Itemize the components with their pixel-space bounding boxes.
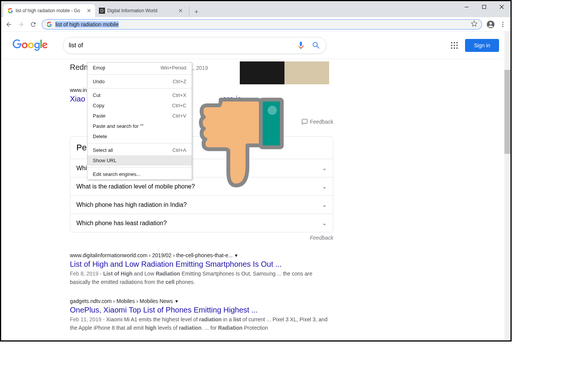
- svg-rect-1: [483, 5, 486, 9]
- window-controls: [458, 1, 510, 13]
- result-title[interactable]: OnePlus, Xiaomi Top List of Phones Emitt…: [70, 306, 333, 314]
- svg-point-17: [454, 47, 455, 49]
- svg-point-18: [456, 47, 458, 49]
- search-icon[interactable]: [312, 41, 321, 50]
- search-result: gadgets.ndtv.com › Mobiles › Mobiles New…: [70, 298, 333, 332]
- user-circle-icon: [486, 20, 495, 29]
- result-title[interactable]: List of High and Low Radiation Emitting …: [70, 260, 333, 269]
- chevron-down-icon: ⌄: [322, 164, 327, 172]
- svg-point-10: [451, 42, 452, 44]
- arrow-left-icon: [5, 21, 12, 28]
- svg-point-9: [502, 26, 504, 27]
- star-icon[interactable]: [471, 20, 478, 29]
- feedback-link[interactable]: Feedback: [70, 235, 333, 241]
- tab-active[interactable]: list of high radiation mobile - Go ✕: [3, 4, 95, 17]
- ctx-menu-item[interactable]: Paste and search for "": [87, 121, 192, 131]
- profile-button[interactable]: [485, 19, 496, 30]
- maximize-icon: [482, 5, 486, 9]
- ctx-menu-item[interactable]: EmojiWin+Period: [87, 63, 192, 73]
- thumbs-down-icon: [198, 92, 288, 195]
- apps-grid-icon[interactable]: [450, 41, 459, 50]
- ctx-menu-item[interactable]: Edit search engines...: [87, 169, 192, 179]
- tab-close-button[interactable]: ✕: [178, 8, 183, 14]
- browser-menu-button[interactable]: [498, 19, 508, 30]
- search-input[interactable]: [69, 42, 296, 49]
- result-url[interactable]: gadgets.ndtv.com › Mobiles › Mobiles New…: [70, 298, 333, 304]
- svg-point-13: [451, 45, 452, 46]
- diw-favicon-icon: D: [99, 8, 105, 14]
- svg-point-8: [502, 24, 504, 25]
- back-button[interactable]: [3, 19, 14, 30]
- svg-point-16: [451, 47, 452, 49]
- result-snippet: Feb 8, 2019 - List of High and Low Radia…: [70, 270, 333, 287]
- mic-icon[interactable]: [296, 41, 305, 50]
- svg-point-7: [502, 22, 504, 23]
- svg-point-11: [454, 42, 455, 44]
- page-content: Sign in 1, 2019 Redm www.in Xiaomi A1 to…: [1, 32, 510, 340]
- arrow-right-icon: [18, 21, 24, 28]
- paa-item[interactable]: Which phone has least radiation?⌄: [70, 214, 333, 232]
- video-thumbnail[interactable]: [240, 61, 329, 84]
- svg-point-12: [456, 42, 458, 44]
- minimize-icon: [465, 7, 468, 7]
- svg-point-20: [268, 106, 277, 115]
- result-snippet: Feb 11, 2019 - Xiaomi Mi A1 emits the hi…: [70, 316, 333, 332]
- ctx-menu-item[interactable]: Show URL: [87, 155, 192, 166]
- close-window-button[interactable]: [493, 1, 510, 13]
- google-search-box[interactable]: [63, 37, 326, 54]
- google-favicon-icon: [7, 8, 13, 14]
- svg-point-15: [456, 45, 458, 46]
- ctx-menu-item[interactable]: CutCtrl+X: [87, 90, 192, 100]
- caret-down-icon[interactable]: ▾: [175, 298, 178, 304]
- ctx-menu-item[interactable]: CopyCtrl+C: [87, 100, 192, 111]
- minimize-button[interactable]: [458, 1, 475, 13]
- reload-button[interactable]: [28, 19, 39, 30]
- tab-inactive[interactable]: D Digital Information World ✕: [95, 4, 187, 17]
- feedback-icon: [302, 119, 308, 125]
- caret-down-icon[interactable]: ▾: [235, 252, 237, 258]
- paa-item[interactable]: Which phone has high radiation in India?…: [70, 195, 333, 214]
- context-menu: EmojiWin+PeriodUndoCtrl+ZCutCtrl+XCopyCt…: [87, 62, 192, 180]
- ctx-menu-item[interactable]: Select allCtrl+A: [87, 145, 192, 155]
- ctx-menu-item[interactable]: UndoCtrl+Z: [87, 76, 192, 87]
- ctx-menu-item[interactable]: Delete: [87, 131, 192, 142]
- video-date: 1, 2019: [190, 65, 208, 71]
- close-icon: [500, 5, 504, 9]
- chevron-down-icon: ⌄: [322, 219, 327, 227]
- ctx-menu-item[interactable]: PasteCtrl+V: [87, 111, 192, 121]
- svg-rect-0: [465, 7, 468, 7]
- kebab-icon: [499, 21, 506, 28]
- signin-button[interactable]: Sign in: [465, 39, 499, 52]
- maximize-button[interactable]: [475, 1, 493, 13]
- scrollbar[interactable]: [504, 32, 510, 340]
- tab-title: Digital Information World: [107, 8, 176, 13]
- reload-icon: [30, 21, 37, 28]
- google-logo[interactable]: [13, 39, 48, 51]
- svg-point-6: [489, 22, 492, 24]
- omnibox-text: list of high radiation mobile: [55, 21, 119, 27]
- tab-title: list of high radiation mobile - Go: [16, 8, 84, 13]
- forward-button[interactable]: [16, 19, 26, 30]
- google-favicon-icon: [46, 21, 52, 27]
- browser-toolbar: list of high radiation mobile: [1, 17, 510, 32]
- search-result: www.digitalinformationworld.com › 2019/0…: [70, 252, 333, 287]
- tab-close-button[interactable]: ✕: [87, 8, 91, 14]
- svg-point-14: [454, 45, 455, 46]
- chevron-down-icon: ⌄: [322, 183, 327, 190]
- scrollbar-thumb[interactable]: [504, 70, 510, 154]
- svg-text:D: D: [100, 8, 103, 13]
- result-url[interactable]: www.digitalinformationworld.com › 2019/0…: [70, 252, 333, 258]
- address-bar[interactable]: list of high radiation mobile: [42, 19, 482, 30]
- google-header: Sign in: [1, 32, 510, 59]
- tab-strip: list of high radiation mobile - Go ✕ D D…: [1, 1, 510, 17]
- chevron-down-icon: ⌄: [322, 201, 327, 208]
- new-tab-button[interactable]: +: [189, 6, 200, 17]
